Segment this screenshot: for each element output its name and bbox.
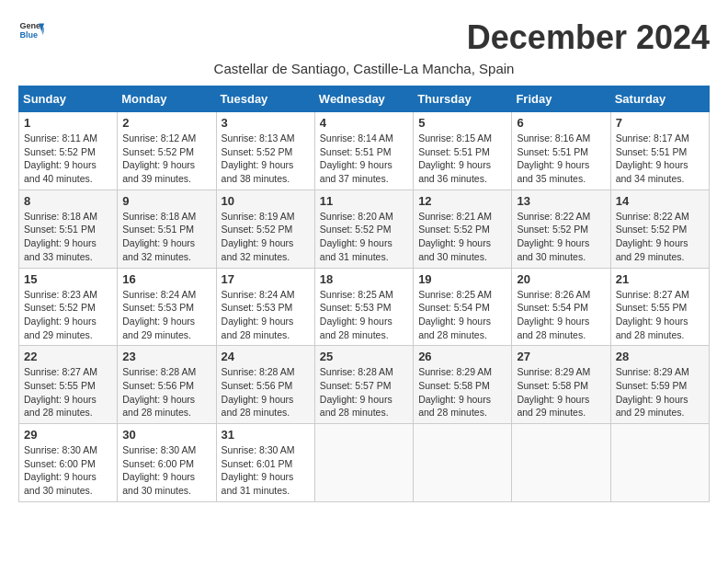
col-header-tuesday: Tuesday: [216, 86, 314, 112]
day-cell: [512, 424, 610, 502]
week-row-2: 8 Sunrise: 8:18 AMSunset: 5:51 PMDayligh…: [19, 190, 710, 268]
day-number: 27: [517, 350, 605, 363]
day-cell: 12 Sunrise: 8:21 AMSunset: 5:52 PMDaylig…: [414, 190, 512, 268]
svg-marker-3: [40, 28, 44, 35]
day-info: Sunrise: 8:16 AMSunset: 5:51 PMDaylight:…: [517, 132, 590, 184]
day-cell: 26 Sunrise: 8:29 AMSunset: 5:58 PMDaylig…: [414, 346, 512, 424]
day-number: 24: [222, 350, 310, 363]
calendar-table: SundayMondayTuesdayWednesdayThursdayFrid…: [18, 86, 710, 502]
day-info: Sunrise: 8:12 AMSunset: 5:52 PMDaylight:…: [122, 132, 196, 184]
logo: General Blue: [18, 18, 44, 44]
day-cell: [314, 424, 413, 502]
day-cell: 24 Sunrise: 8:28 AMSunset: 5:56 PMDaylig…: [216, 346, 314, 424]
day-info: Sunrise: 8:21 AMSunset: 5:52 PMDaylight:…: [418, 211, 492, 262]
day-number: 14: [616, 194, 704, 208]
day-cell: 25 Sunrise: 8:28 AMSunset: 5:57 PMDaylig…: [314, 346, 413, 424]
day-cell: 16 Sunrise: 8:24 AMSunset: 5:53 PMDaylig…: [118, 268, 216, 346]
day-cell: 30 Sunrise: 8:30 AMSunset: 6:00 PMDaylig…: [118, 424, 216, 502]
day-info: Sunrise: 8:19 AMSunset: 5:52 PMDaylight:…: [222, 211, 295, 262]
logo-icon: General Blue: [18, 18, 44, 44]
svg-text:Blue: Blue: [19, 30, 38, 40]
col-header-thursday: Thursday: [414, 86, 512, 112]
subtitle: Castellar de Santiago, Castille-La Manch…: [18, 61, 710, 76]
day-number: 29: [24, 428, 112, 442]
month-title: December 2024: [467, 18, 710, 57]
day-cell: [414, 424, 512, 502]
day-number: 28: [616, 350, 704, 363]
week-row-4: 22 Sunrise: 8:27 AMSunset: 5:55 PMDaylig…: [19, 346, 710, 424]
week-row-5: 29 Sunrise: 8:30 AMSunset: 6:00 PMDaylig…: [19, 424, 710, 502]
day-cell: 14 Sunrise: 8:22 AMSunset: 5:52 PMDaylig…: [610, 190, 709, 268]
day-info: Sunrise: 8:29 AMSunset: 5:58 PMDaylight:…: [418, 366, 492, 418]
day-info: Sunrise: 8:25 AMSunset: 5:54 PMDaylight:…: [418, 289, 492, 340]
day-number: 5: [418, 116, 506, 130]
day-number: 2: [122, 116, 210, 130]
day-info: Sunrise: 8:30 AMSunset: 6:01 PMDaylight:…: [222, 444, 295, 496]
day-info: Sunrise: 8:29 AMSunset: 5:59 PMDaylight:…: [616, 366, 689, 418]
week-row-3: 15 Sunrise: 8:23 AMSunset: 5:52 PMDaylig…: [19, 268, 710, 346]
day-number: 22: [24, 350, 112, 363]
day-info: Sunrise: 8:24 AMSunset: 5:53 PMDaylight:…: [122, 289, 196, 340]
day-number: 21: [616, 272, 704, 286]
day-number: 25: [320, 350, 408, 363]
day-info: Sunrise: 8:13 AMSunset: 5:52 PMDaylight:…: [222, 132, 295, 184]
day-cell: 20 Sunrise: 8:26 AMSunset: 5:54 PMDaylig…: [512, 268, 610, 346]
day-cell: 15 Sunrise: 8:23 AMSunset: 5:52 PMDaylig…: [19, 268, 118, 346]
day-cell: 23 Sunrise: 8:28 AMSunset: 5:56 PMDaylig…: [118, 346, 216, 424]
day-cell: 17 Sunrise: 8:24 AMSunset: 5:53 PMDaylig…: [216, 268, 314, 346]
day-number: 13: [517, 194, 605, 208]
day-number: 1: [24, 116, 112, 130]
day-info: Sunrise: 8:25 AMSunset: 5:53 PMDaylight:…: [320, 289, 393, 340]
day-cell: 5 Sunrise: 8:15 AMSunset: 5:51 PMDayligh…: [414, 112, 512, 190]
day-info: Sunrise: 8:27 AMSunset: 5:55 PMDaylight:…: [616, 289, 689, 340]
col-header-saturday: Saturday: [610, 86, 709, 112]
day-number: 23: [122, 350, 210, 363]
day-info: Sunrise: 8:30 AMSunset: 6:00 PMDaylight:…: [24, 444, 97, 496]
day-info: Sunrise: 8:22 AMSunset: 5:52 PMDaylight:…: [616, 211, 689, 262]
day-info: Sunrise: 8:14 AMSunset: 5:51 PMDaylight:…: [320, 132, 393, 184]
day-cell: 21 Sunrise: 8:27 AMSunset: 5:55 PMDaylig…: [610, 268, 709, 346]
day-number: 11: [320, 194, 408, 208]
day-cell: 9 Sunrise: 8:18 AMSunset: 5:51 PMDayligh…: [118, 190, 216, 268]
day-number: 19: [418, 272, 506, 286]
day-info: Sunrise: 8:20 AMSunset: 5:52 PMDaylight:…: [320, 211, 393, 262]
day-info: Sunrise: 8:28 AMSunset: 5:56 PMDaylight:…: [222, 366, 295, 418]
day-info: Sunrise: 8:15 AMSunset: 5:51 PMDaylight:…: [418, 132, 492, 184]
day-number: 17: [222, 272, 310, 286]
day-number: 4: [320, 116, 408, 130]
day-cell: [610, 424, 709, 502]
day-info: Sunrise: 8:28 AMSunset: 5:56 PMDaylight:…: [122, 366, 196, 418]
col-header-monday: Monday: [118, 86, 216, 112]
day-cell: 4 Sunrise: 8:14 AMSunset: 5:51 PMDayligh…: [314, 112, 413, 190]
day-info: Sunrise: 8:18 AMSunset: 5:51 PMDaylight:…: [122, 211, 196, 262]
day-cell: 18 Sunrise: 8:25 AMSunset: 5:53 PMDaylig…: [314, 268, 413, 346]
day-number: 8: [24, 194, 112, 208]
day-number: 31: [222, 428, 310, 442]
day-number: 20: [517, 272, 605, 286]
day-number: 30: [122, 428, 210, 442]
day-info: Sunrise: 8:18 AMSunset: 5:51 PMDaylight:…: [24, 211, 97, 262]
day-cell: 22 Sunrise: 8:27 AMSunset: 5:55 PMDaylig…: [19, 346, 118, 424]
day-cell: 6 Sunrise: 8:16 AMSunset: 5:51 PMDayligh…: [512, 112, 610, 190]
day-cell: 1 Sunrise: 8:11 AMSunset: 5:52 PMDayligh…: [19, 112, 118, 190]
day-number: 6: [517, 116, 605, 130]
day-cell: 3 Sunrise: 8:13 AMSunset: 5:52 PMDayligh…: [216, 112, 314, 190]
day-cell: 11 Sunrise: 8:20 AMSunset: 5:52 PMDaylig…: [314, 190, 413, 268]
day-cell: 2 Sunrise: 8:12 AMSunset: 5:52 PMDayligh…: [118, 112, 216, 190]
day-info: Sunrise: 8:17 AMSunset: 5:51 PMDaylight:…: [616, 132, 689, 184]
day-info: Sunrise: 8:23 AMSunset: 5:52 PMDaylight:…: [24, 289, 97, 340]
day-number: 18: [320, 272, 408, 286]
day-cell: 10 Sunrise: 8:19 AMSunset: 5:52 PMDaylig…: [216, 190, 314, 268]
col-header-wednesday: Wednesday: [314, 86, 413, 112]
day-info: Sunrise: 8:28 AMSunset: 5:57 PMDaylight:…: [320, 366, 393, 418]
day-info: Sunrise: 8:27 AMSunset: 5:55 PMDaylight:…: [24, 366, 97, 418]
day-info: Sunrise: 8:24 AMSunset: 5:53 PMDaylight:…: [222, 289, 295, 340]
day-cell: 13 Sunrise: 8:22 AMSunset: 5:52 PMDaylig…: [512, 190, 610, 268]
day-info: Sunrise: 8:26 AMSunset: 5:54 PMDaylight:…: [517, 289, 590, 340]
day-number: 3: [222, 116, 310, 130]
day-info: Sunrise: 8:30 AMSunset: 6:00 PMDaylight:…: [122, 444, 196, 496]
day-number: 9: [122, 194, 210, 208]
day-cell: 28 Sunrise: 8:29 AMSunset: 5:59 PMDaylig…: [610, 346, 709, 424]
day-number: 15: [24, 272, 112, 286]
day-number: 16: [122, 272, 210, 286]
